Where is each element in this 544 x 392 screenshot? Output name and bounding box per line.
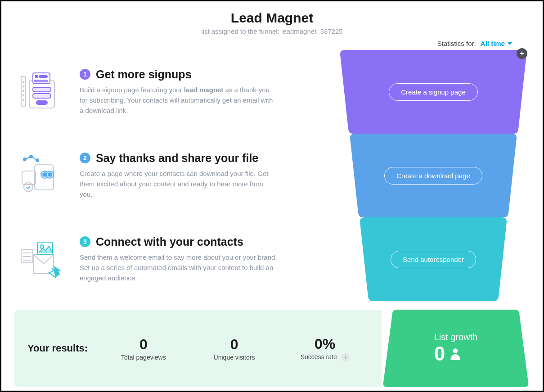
send-autoresponder-button[interactable]: Send autoresponder	[391, 251, 476, 268]
funnel-step-1: 1 Get more signups Build a signup page f…	[14, 50, 530, 134]
step-1-title: Get more signups	[96, 68, 192, 81]
list-growth-value: 0	[434, 342, 445, 365]
metric-unique-visitors: 0 Unique visitors	[191, 336, 278, 361]
step-2-number-badge: 2	[80, 153, 90, 163]
funnel-block-1: Create a signup page	[337, 50, 530, 134]
funnel-step-3: 3 Connect with your contacts Send them a…	[14, 217, 530, 301]
svg-point-8	[35, 75, 38, 78]
step-1-number-badge: 1	[80, 69, 90, 80]
svg-point-3	[23, 90, 24, 91]
page-header: Lead Magnet list assigned to the funnel:…	[14, 10, 530, 35]
step-1-description: Build a signup page featuring your lead …	[80, 85, 278, 116]
metric-total-pageviews: 0 Total pageviews	[100, 336, 187, 361]
svg-point-4	[23, 95, 24, 96]
funnel-block-3: Send autoresponder	[337, 217, 530, 301]
page-title: Lead Magnet	[14, 10, 530, 26]
svg-point-1	[23, 81, 24, 82]
statistics-filter: Statistics for: All time	[14, 40, 512, 47]
results-title: Your results:	[27, 342, 88, 354]
add-button[interactable]: +	[517, 48, 527, 59]
list-growth-title: List growth	[434, 332, 478, 342]
svg-rect-13	[36, 101, 47, 104]
funnel-block-2: Create a download page	[337, 134, 530, 217]
create-download-page-button[interactable]: Create a download page	[384, 167, 482, 185]
chevron-down-icon	[508, 42, 512, 45]
list-growth-block: List growth 0	[382, 310, 530, 387]
statistics-range-value: All time	[481, 40, 505, 47]
funnel-steps: 1 Get more signups Build a signup page f…	[14, 50, 530, 301]
metric-value: 0	[100, 336, 187, 353]
person-icon	[450, 347, 461, 360]
svg-point-5	[23, 99, 24, 100]
download-page-icon	[14, 155, 68, 196]
step-2-title: Say thanks and share your file	[96, 152, 258, 165]
funnel-step-2: 2 Say thanks and share your file Create …	[14, 134, 530, 217]
page-subtitle: list assigned to the funnel: leadmagnet_…	[14, 27, 530, 35]
results-metrics: Your results: 0 Total pageviews 0 Unique…	[14, 310, 382, 387]
create-signup-page-button[interactable]: Create a signup page	[389, 83, 477, 101]
step-2-heading: 2 Say thanks and share your file	[80, 152, 316, 165]
metric-success-rate: 0% Success rate i	[282, 336, 368, 361]
svg-line-20	[26, 157, 30, 159]
metric-label: Success rate i	[282, 353, 368, 361]
metric-label: Unique visitors	[191, 354, 278, 361]
step-1-heading: 1 Get more signups	[80, 68, 316, 81]
metric-label: Total pageviews	[100, 354, 187, 361]
metric-value: 0%	[282, 336, 368, 352]
statistics-range-dropdown[interactable]: All time	[481, 40, 512, 47]
step-3-number-badge: 3	[80, 236, 90, 247]
step-3-title: Connect with your contacts	[96, 235, 243, 248]
statistics-label: Statistics for:	[437, 40, 476, 47]
svg-rect-11	[33, 87, 51, 92]
svg-line-21	[32, 157, 36, 160]
svg-rect-12	[33, 94, 51, 98]
step-2-description: Create a page where your contacts can do…	[80, 168, 278, 200]
svg-point-2	[23, 86, 24, 87]
signup-form-icon	[14, 71, 68, 113]
info-icon[interactable]: i	[342, 353, 350, 361]
step-3-description: Send them a welcome email to say more ab…	[80, 252, 278, 284]
svg-point-29	[40, 245, 44, 248]
svg-rect-9	[39, 76, 47, 77]
results-panel: Your results: 0 Total pageviews 0 Unique…	[14, 310, 530, 387]
autoresponder-icon	[14, 239, 68, 280]
svg-point-30	[453, 348, 458, 353]
metric-value: 0	[191, 336, 278, 353]
svg-rect-10	[35, 80, 47, 82]
step-3-heading: 3 Connect with your contacts	[80, 235, 316, 248]
